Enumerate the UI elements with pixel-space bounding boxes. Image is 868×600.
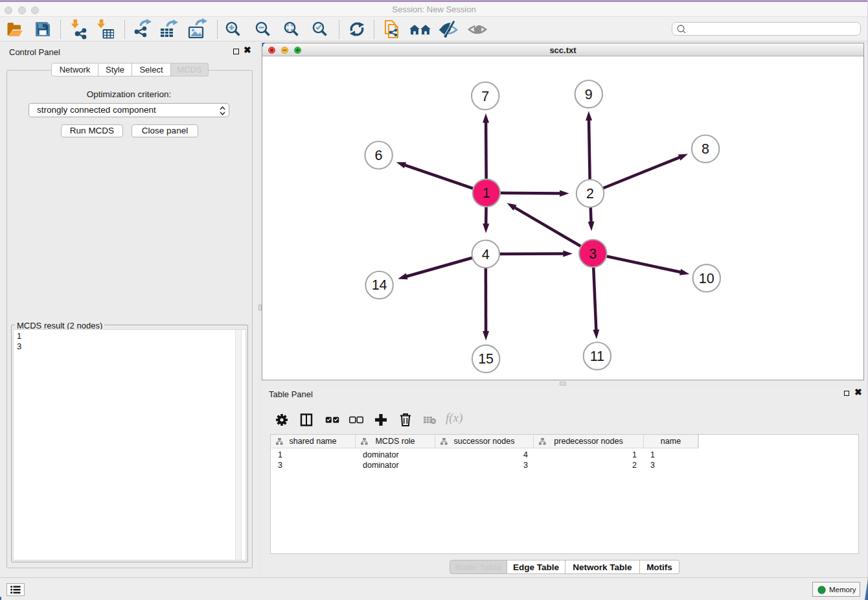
svg-text:7: 7 xyxy=(481,89,489,104)
svg-text:3: 3 xyxy=(589,246,597,262)
svg-text:10: 10 xyxy=(699,271,714,286)
svg-text:11: 11 xyxy=(590,349,604,364)
svg-text:6: 6 xyxy=(375,148,383,163)
svg-text:1: 1 xyxy=(483,185,490,201)
svg-text:9: 9 xyxy=(585,87,593,102)
svg-text:15: 15 xyxy=(478,351,494,367)
svg-text:2: 2 xyxy=(586,186,594,202)
svg-text:4: 4 xyxy=(482,247,490,262)
svg-text:14: 14 xyxy=(372,277,387,293)
svg-text:8: 8 xyxy=(702,141,709,157)
